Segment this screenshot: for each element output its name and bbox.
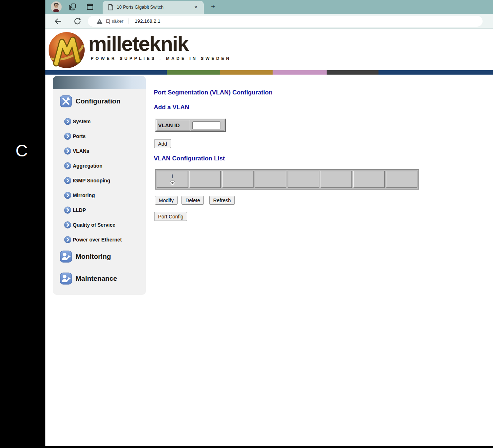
vlan-list-cell-empty: [321, 171, 352, 188]
vlan-id-label: VLAN ID: [156, 120, 190, 130]
brand-tagline: POWER SUPPLIES - MADE IN SWEDEN: [91, 56, 231, 61]
section-monitoring[interactable]: Monitoring: [53, 250, 146, 265]
annotation-label: C: [11, 141, 32, 160]
sidebar-item-label: IGMP Snooping: [73, 176, 110, 185]
section-maintenance[interactable]: Maintenance: [53, 272, 146, 287]
vlan-list-cell-empty: [353, 171, 385, 188]
security-status-text: Ej säker: [106, 16, 124, 27]
vlan-list-cell-empty: [222, 171, 254, 188]
vlan-select-radio[interactable]: [170, 180, 175, 185]
sidebar-gradient-bar: [53, 76, 146, 89]
chevron-circle-icon: [64, 118, 71, 125]
sidebar-item-label: VLANs: [73, 147, 89, 155]
sidebar-item-mirroring[interactable]: Mirroring: [53, 191, 146, 200]
sidebar-item-power-over-ethernet[interactable]: Power over Ethernet: [53, 235, 146, 244]
stripe-segment: [327, 70, 378, 75]
tab-actions-icon[interactable]: [86, 3, 94, 11]
profile-avatar[interactable]: [51, 1, 62, 12]
vlan-list-cell-1: 1: [157, 171, 188, 188]
sidebar-item-label: Mirroring: [73, 191, 95, 200]
sidebar-item-label: Aggregation: [73, 161, 102, 170]
vlan-id-cell: [191, 120, 224, 130]
sidebar-item-system[interactable]: System: [53, 117, 146, 126]
chevron-circle-icon: [64, 162, 71, 169]
vlan-list-cell-empty: [255, 171, 286, 188]
delete-button[interactable]: Delete: [181, 196, 204, 205]
vlan-configuration-list-table: 1: [155, 169, 419, 190]
browser-window: 10 Ports Gigabit Switch × + Ej säker: [45, 0, 493, 446]
refresh-icon[interactable]: [73, 17, 81, 25]
sidebar-item-label: Power over Ethernet: [73, 235, 122, 244]
url-divider: [129, 18, 129, 24]
chevron-circle-icon: [64, 192, 71, 199]
chevron-circle-icon: [64, 147, 71, 155]
section-label: Configuration: [76, 95, 121, 107]
sidebar-item-ports[interactable]: Ports: [53, 132, 146, 141]
sidebar-item-aggregation[interactable]: Aggregation: [53, 161, 146, 170]
maintenance-icon: [60, 272, 72, 285]
tab-title: 10 Ports Gigabit Switch: [117, 1, 163, 14]
vlan-id-input[interactable]: [192, 121, 220, 129]
workspaces-icon[interactable]: [68, 3, 76, 11]
page-icon: [107, 4, 114, 10]
new-tab-icon[interactable]: +: [208, 2, 218, 12]
section-label: Maintenance: [76, 272, 117, 285]
stripe-segment: [45, 70, 167, 75]
add-button[interactable]: Add: [154, 139, 171, 148]
page-title: Port Segmentation (VLAN) Configuration: [154, 89, 273, 96]
sidebar-item-label: System: [73, 117, 91, 126]
person-photo-icon: [51, 1, 62, 12]
section-configuration[interactable]: Configuration: [53, 95, 146, 110]
address-bar[interactable]: Ej säker 192.168.2.1: [88, 16, 483, 27]
sidebar-item-label: Quality of Service: [73, 221, 115, 229]
vlan-list-cell-empty: [189, 171, 221, 188]
refresh-button[interactable]: Refresh: [209, 196, 235, 205]
chevron-circle-icon: [64, 177, 71, 184]
not-secure-warning-icon[interactable]: [97, 18, 103, 24]
vlan-list-cell-empty: [288, 171, 319, 188]
vlan-list-heading: VLAN Configuration List: [154, 155, 225, 162]
browser-toolbar: Ej säker 192.168.2.1: [45, 14, 493, 29]
modify-button[interactable]: Modify: [155, 196, 178, 205]
brand-header: milleteknik POWER SUPPLIES - MADE IN SWE…: [45, 29, 493, 70]
nav-sidebar: Configuration System Ports VLANs Aggrega…: [53, 76, 146, 295]
milleteknik-logo-icon: [48, 31, 86, 69]
port-config-button[interactable]: Port Config: [154, 212, 187, 221]
sidebar-item-label: LLDP: [73, 206, 86, 214]
tab-close-icon[interactable]: ×: [192, 3, 200, 11]
browser-tab[interactable]: 10 Ports Gigabit Switch ×: [103, 1, 204, 14]
vlan-id-value: 1: [171, 173, 174, 179]
back-icon[interactable]: [54, 17, 62, 25]
stripe-segment: [220, 70, 273, 75]
add-vlan-form-table: VLAN ID: [155, 119, 226, 132]
stripe-segment: [273, 70, 327, 75]
screenshot-frame: C: [0, 0, 493, 448]
add-vlan-heading: Add a VLAN: [154, 104, 189, 111]
brand-wordmark: milleteknik: [88, 31, 188, 56]
chevron-circle-icon: [64, 133, 71, 140]
chevron-circle-icon: [64, 207, 71, 214]
sidebar-item-lldp[interactable]: LLDP: [53, 206, 146, 214]
stripe-segment: [378, 70, 493, 75]
stripe-segment: [167, 70, 220, 75]
chevron-circle-icon: [64, 236, 71, 243]
url-text: 192.168.2.1: [135, 16, 160, 27]
vlan-list-cell-empty: [386, 171, 417, 188]
tab-bar: 10 Ports Gigabit Switch × +: [45, 0, 493, 14]
sidebar-item-quality-of-service[interactable]: Quality of Service: [53, 221, 146, 229]
sidebar-item-label: Ports: [73, 132, 86, 141]
tools-icon: [60, 95, 72, 107]
chevron-circle-icon: [64, 221, 71, 229]
brand-stripe: [45, 70, 493, 75]
section-label: Monitoring: [76, 250, 111, 263]
sidebar-item-vlans[interactable]: VLANs: [53, 147, 146, 155]
monitoring-icon: [60, 250, 72, 263]
sidebar-item-igmp-snooping[interactable]: IGMP Snooping: [53, 176, 146, 185]
bottom-border: [0, 446, 493, 448]
